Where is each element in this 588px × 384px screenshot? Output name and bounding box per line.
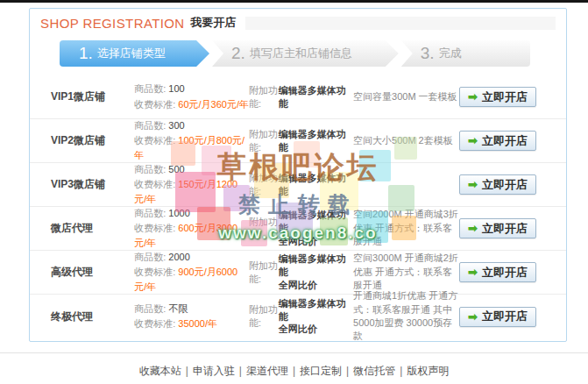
step-number: 1. bbox=[79, 44, 93, 63]
footer-link-copyright[interactable]: 版权声明 bbox=[407, 365, 449, 377]
addon-label: 附加功能: bbox=[249, 260, 279, 286]
plan-info: 商品数: 2000 收费标准: 900元/月6000元/年 bbox=[134, 250, 249, 295]
action-cell: ➡ 立即开店 bbox=[459, 174, 536, 195]
table-row: 微店代理 商品数: 1000 收费标准: 600元/月3000元/年 附加功能:… bbox=[30, 207, 566, 251]
space-info: 空间容量300M 一套模板 bbox=[353, 90, 459, 103]
green-arrow-icon: ➡ bbox=[468, 91, 478, 103]
addon-main: 编辑器多媒体功能 bbox=[279, 209, 350, 235]
page-title-en: SHOP REGISTRATION bbox=[40, 16, 185, 31]
open-shop-label: 立即开店 bbox=[482, 133, 528, 149]
addon-main: 编辑器多媒体功能 bbox=[279, 297, 350, 324]
table-row: 高级代理 商品数: 2000 收费标准: 900元/月6000元/年 附加功能:… bbox=[30, 251, 566, 295]
fee-label: 收费标准: bbox=[134, 135, 175, 146]
step-label: 选择店铺类型 bbox=[97, 46, 166, 61]
footer-separator: | bbox=[293, 365, 295, 377]
footer-link-channel-agent[interactable]: 渠道代理 bbox=[246, 365, 288, 377]
addon-label: 附加功能: bbox=[249, 128, 279, 154]
step-choose-shop-type: 1. 选择店铺类型 bbox=[60, 40, 209, 67]
step-label: 填写店主和店铺信息 bbox=[250, 46, 352, 61]
table-row: VIP3微店铺 商品数: 500 收费标准: 150元/月1200元/年 附加功… bbox=[30, 163, 566, 207]
plan-name: VIP3微店铺 bbox=[51, 177, 134, 192]
table-row: VIP1微店铺 商品数: 100 收费标准: 60元/月360元/年 附加功能:… bbox=[30, 75, 566, 119]
open-shop-button[interactable]: ➡ 立即开店 bbox=[459, 87, 536, 107]
open-shop-button[interactable]: ➡ 立即开店 bbox=[459, 218, 536, 238]
space-info: 空间2000M 开通商城3折优惠 开通方式：联系客服开通 bbox=[353, 208, 459, 248]
fee-label: 收费标准: bbox=[134, 318, 175, 329]
plan-table: VIP1微店铺 商品数: 100 收费标准: 60元/月360元/年 附加功能:… bbox=[30, 75, 566, 338]
open-shop-label: 立即开店 bbox=[482, 265, 528, 281]
addon-value: 编辑器多媒体功能 bbox=[279, 172, 350, 198]
step-fill-info: 2. 填写店主和店铺信息 bbox=[212, 40, 399, 67]
addon-value: 编辑器多媒体功能 全网比价 bbox=[279, 297, 350, 337]
plan-name: VIP1微店铺 bbox=[51, 89, 134, 104]
open-shop-button[interactable]: ➡ 立即开店 bbox=[459, 262, 536, 282]
addon-value: 编辑器多媒体功能 bbox=[279, 84, 350, 110]
goods-label: 商品数: bbox=[134, 303, 166, 314]
goods-value: 不限 bbox=[168, 303, 188, 314]
addon-label: 附加功能: bbox=[249, 84, 279, 110]
green-arrow-icon: ➡ bbox=[468, 223, 478, 234]
goods-label: 商品数: bbox=[134, 120, 166, 131]
step-number: 2. bbox=[231, 44, 245, 63]
plan-info: 商品数: 500 收费标准: 150元/月1200元/年 bbox=[134, 162, 249, 207]
footer-link-wechat-hosting[interactable]: 微信托管 bbox=[353, 365, 395, 377]
goods-value: 300 bbox=[168, 120, 184, 131]
fee-value: 60元/月360元/年 bbox=[178, 99, 249, 110]
open-shop-label: 立即开店 bbox=[482, 309, 528, 324]
fee-label: 收费标准: bbox=[134, 267, 175, 277]
addon-main: 编辑器多媒体功能 bbox=[279, 252, 350, 279]
open-shop-button[interactable]: ➡ 立即开店 bbox=[459, 307, 536, 327]
plan-info: 商品数: 1000 收费标准: 600元/月3000元/年 bbox=[134, 206, 249, 251]
footer-link-apply[interactable]: 申请入驻 bbox=[193, 365, 235, 377]
green-arrow-icon: ➡ bbox=[468, 135, 478, 146]
plan-name: 高级代理 bbox=[51, 265, 134, 280]
space-info: 开通商城1折优惠 开通方式：联系客服开通 其中5000加盟费 30000预存款 bbox=[353, 289, 459, 344]
table-row: VIP2微店铺 商品数: 300 收费标准: 100元/月800元/年 附加功能… bbox=[30, 119, 566, 163]
goods-value: 2000 bbox=[168, 252, 189, 262]
footer-separator: | bbox=[186, 365, 188, 377]
registration-card: SHOP REGISTRATION 我要开店 1. 选择店铺类型 2. 填写店主… bbox=[29, 8, 567, 342]
fee-value: 35000/年 bbox=[178, 318, 217, 329]
space-info: 空间3000M 开通商城2折优惠 开通方式：联系客服开通 bbox=[353, 252, 459, 292]
addon-extra: 全网比价 bbox=[279, 323, 350, 336]
plan-info: 商品数: 100 收费标准: 60元/月360元/年 bbox=[134, 82, 249, 111]
addon-extra: 全网比价 bbox=[279, 279, 350, 292]
addon-label: 附加功能: bbox=[249, 216, 279, 242]
footer: 收藏本站|申请入驻|渠道代理|接口定制|微信托管|版权声明 bbox=[0, 352, 588, 379]
addon-main: 编辑器多媒体功能 bbox=[279, 172, 350, 198]
step-number: 3. bbox=[421, 44, 435, 63]
addon-label: 附加功能: bbox=[249, 172, 279, 198]
top-edge-bar bbox=[0, 0, 588, 3]
footer-link-favorite[interactable]: 收藏本站 bbox=[139, 365, 181, 377]
addon-label: 附加功能: bbox=[249, 303, 279, 330]
goods-label: 商品数: bbox=[134, 252, 166, 262]
action-cell: ➡ 立即开店 bbox=[459, 307, 536, 327]
table-row: 终极代理 商品数: 不限 收费标准: 35000/年 附加功能: 编辑器多媒体功… bbox=[30, 295, 566, 338]
page-title-zh: 我要开店 bbox=[191, 15, 237, 31]
goods-value: 1000 bbox=[168, 208, 189, 218]
footer-link-api-custom[interactable]: 接口定制 bbox=[300, 365, 342, 377]
open-shop-button[interactable]: ➡ 立即开店 bbox=[459, 174, 536, 195]
open-shop-label: 立即开店 bbox=[482, 221, 528, 237]
goods-label: 商品数: bbox=[134, 208, 166, 218]
action-cell: ➡ 立即开店 bbox=[459, 218, 536, 238]
step-label: 完成 bbox=[439, 46, 462, 61]
addon-value: 编辑器多媒体功能 bbox=[279, 128, 350, 154]
plan-name: VIP2微店铺 bbox=[51, 133, 134, 148]
goods-value: 100 bbox=[168, 83, 184, 94]
fee-label: 收费标准: bbox=[134, 223, 175, 233]
footer-separator: | bbox=[239, 365, 242, 377]
addon-extra: 全网比价 bbox=[279, 235, 350, 248]
green-arrow-icon: ➡ bbox=[468, 267, 478, 278]
goods-label: 商品数: bbox=[134, 83, 166, 94]
open-shop-button[interactable]: ➡ 立即开店 bbox=[459, 131, 536, 151]
addon-main: 编辑器多媒体功能 bbox=[279, 128, 350, 154]
addon-main: 编辑器多媒体功能 bbox=[279, 84, 350, 110]
goods-label: 商品数: bbox=[134, 164, 166, 174]
wizard-steps: 1. 选择店铺类型 2. 填写店主和店铺信息 3. 完成 bbox=[60, 40, 533, 67]
open-shop-label: 立即开店 bbox=[482, 89, 528, 105]
plan-name: 微店代理 bbox=[51, 221, 134, 236]
footer-separator: | bbox=[400, 365, 402, 377]
addon-value: 编辑器多媒体功能 全网比价 bbox=[279, 209, 350, 248]
green-arrow-icon: ➡ bbox=[468, 179, 478, 190]
